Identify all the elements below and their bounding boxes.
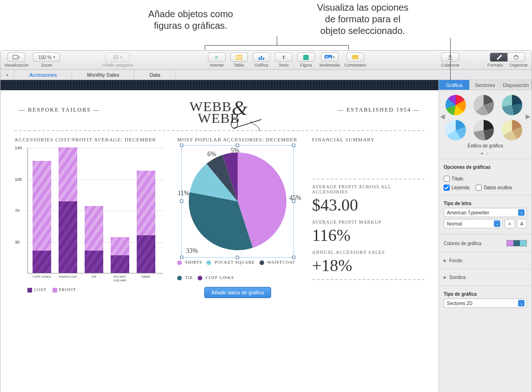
font-header: Tipo de letra: [444, 201, 527, 206]
summary-value: $43.00: [312, 195, 425, 215]
view-label: Visualización: [4, 63, 28, 67]
add-sheet-button[interactable]: +: [0, 70, 14, 80]
sheet-tabbar: + Accessories Monthly Sales Data: [0, 70, 532, 80]
denim-banner: [0, 80, 439, 90]
svg-rect-11: [263, 58, 264, 60]
color-swatches[interactable]: [506, 240, 527, 246]
zoom-group: 150 %▾ Zoom: [33, 53, 60, 67]
svg-rect-4: [236, 55, 242, 60]
add-category-label: Añadir categoría: [102, 63, 133, 67]
summary-label: AVERAGE PROFIT MARKUP: [312, 219, 425, 225]
font-style-select[interactable]: Normal⌄: [444, 219, 503, 228]
callout-format: Visualiza las opciones de formato para e…: [307, 2, 419, 37]
format-inspector: Gráfica Sectores Disposición ◀ ▶ Estilos…: [439, 80, 532, 392]
bar-chart[interactable]: ACCESSORIES COST/PROFIT AVERAGE: DECEMBE…: [14, 137, 163, 292]
style-option[interactable]: [502, 120, 522, 140]
svg-rect-0: [13, 55, 18, 59]
format-button[interactable]: [490, 53, 507, 62]
financial-summary: FINANCIAL SUMMARY AVERAGE PROFIT ACROSS …: [312, 137, 425, 283]
style-option[interactable]: [446, 95, 466, 115]
tab-monthly-sales[interactable]: Monthly Sales: [72, 70, 134, 80]
chart-type-select[interactable]: Sectores 2D⌄: [444, 299, 527, 308]
svg-point-17: [500, 55, 502, 57]
pie-chart-selected[interactable]: MOST POPULAR ACCESSORIES: DECEMBER 45%33…: [177, 137, 298, 298]
pie-chart-title: MOST POPULAR ACCESSORIES: DECEMBER: [177, 137, 298, 142]
view-group: Visualización: [4, 53, 28, 67]
chart-type-header: Tipo de gráfica: [444, 292, 527, 297]
font-larger-button[interactable]: A: [517, 219, 527, 228]
bar-chart-title: ACCESSORIES COST/PROFIT AVERAGE: DECEMBE…: [14, 137, 163, 142]
title-checkbox[interactable]: Título: [444, 176, 463, 182]
divider: [14, 130, 425, 131]
summary-value: +18%: [312, 256, 425, 275]
document-canvas[interactable]: — BESPOKE TAILORS — WEBB& WEBB — ESTABLI…: [0, 80, 439, 392]
svg-rect-10: [260, 56, 262, 60]
chart-style-grid: [439, 90, 532, 142]
font-family-select[interactable]: American Typewriter⌄: [444, 208, 527, 217]
comment-button[interactable]: [346, 53, 364, 62]
view-button[interactable]: [7, 53, 25, 62]
selection-box: [181, 145, 294, 258]
style-option[interactable]: [502, 95, 522, 115]
zoom-dropdown[interactable]: 150 %▾: [33, 53, 60, 62]
bar-legend: COST PROFIT: [27, 287, 163, 292]
insert-button[interactable]: ⎘: [208, 53, 226, 62]
legend-checkbox[interactable]: Leyenda: [444, 185, 469, 191]
svg-rect-12: [303, 55, 309, 60]
main-toolbar: Visualización 150 %▾ Zoom ▾ Añadir categ…: [0, 50, 532, 70]
pie-legend: SHIRTS POCKET SQUARE WAISTCOAT TIE CUFF …: [177, 259, 298, 281]
font-smaller-button[interactable]: A: [505, 219, 515, 228]
bespoke-tag: — BESPOKE TAILORS —: [19, 106, 100, 113]
add-chart-data-button[interactable]: Añadir datos de gráfica: [204, 287, 271, 298]
styles-title: Estilos de gráfica: [439, 142, 532, 151]
style-option[interactable]: [473, 95, 494, 115]
zoom-label: Zoom: [41, 63, 52, 67]
logo: WEBB& WEBB: [190, 95, 248, 125]
style-option[interactable]: [473, 120, 494, 140]
svg-rect-15: [352, 55, 359, 59]
callout-insert: Añade objetos como figuras o gráficas.: [140, 8, 242, 32]
summary-label: AVERAGE PROFIT ACROSS ALL ACCESSORIES: [312, 184, 425, 194]
options-header: Opciones de gráficas: [444, 165, 527, 170]
background-disclosure[interactable]: ▶Fondo: [439, 255, 532, 266]
svg-point-14: [326, 56, 327, 57]
summary-label: ANNUAL ACCESSORY SALES: [312, 250, 425, 255]
established-tag: — ESTABLISHED 1954 —: [338, 106, 420, 113]
media-button[interactable]: ▾: [321, 53, 339, 62]
tab-accessories[interactable]: Accessories: [14, 70, 72, 80]
organize-button[interactable]: [507, 53, 525, 62]
inspector-tab-chart[interactable]: Gráfica: [439, 80, 470, 90]
hidden-data-checkbox[interactable]: Datos ocultos: [476, 185, 512, 191]
chart-colors-row[interactable]: Colores de gráfica: [439, 237, 532, 249]
text-button[interactable]: T: [275, 53, 293, 62]
svg-rect-9: [259, 57, 260, 60]
add-category-button[interactable]: ▾: [105, 53, 129, 62]
inspector-tab-sectors[interactable]: Sectores: [470, 80, 500, 90]
category-group: ▾ Añadir categoría: [102, 53, 133, 67]
chart-button[interactable]: [253, 53, 270, 62]
annotation-callouts: Añade objetos como figuras o gráficas. V…: [0, 0, 532, 50]
tab-data[interactable]: Data: [134, 70, 175, 80]
shape-button[interactable]: [297, 53, 315, 62]
inspector-tab-layout[interactable]: Disposición: [501, 80, 532, 90]
style-option[interactable]: [446, 120, 466, 140]
svg-point-19: [231, 119, 238, 128]
table-button[interactable]: [230, 53, 248, 62]
summary-value: 116%: [312, 226, 425, 245]
shadow-disclosure[interactable]: ▶Sombra: [439, 272, 532, 283]
summary-title: FINANCIAL SUMMARY: [312, 137, 425, 142]
page-dots: ● ○: [439, 151, 532, 156]
